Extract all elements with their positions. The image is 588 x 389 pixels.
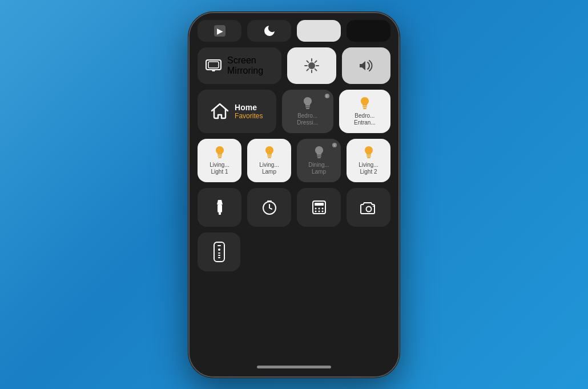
bulb-living1-icon [214, 145, 226, 160]
cell-wifi-partial[interactable] [297, 20, 341, 42]
bedroom-dressing-label: Bedro... Dressi... [297, 113, 318, 126]
row-screen: Screen Mirroring [198, 47, 390, 84]
timer-button[interactable] [247, 188, 291, 227]
screen-mirror-label: Screen Mirroring [227, 55, 273, 76]
svg-line-11 [315, 61, 317, 62]
svg-rect-15 [363, 106, 367, 107]
flashlight-button[interactable] [198, 188, 241, 227]
remote-icon [213, 242, 225, 262]
row-utils [198, 188, 390, 227]
svg-rect-18 [218, 157, 221, 158]
bulb-off-icon [301, 96, 314, 111]
camera-icon [360, 200, 377, 215]
brightness-icon [304, 58, 320, 74]
svg-rect-43 [218, 257, 220, 258]
bedroom-entrance-button[interactable]: Bedro... Entran... [339, 90, 390, 133]
svg-point-33 [315, 210, 316, 212]
svg-rect-21 [317, 155, 321, 157]
svg-point-31 [318, 207, 320, 209]
svg-point-32 [321, 207, 323, 209]
home-favorites-button[interactable]: Home Favorites [198, 90, 276, 133]
svg-point-36 [366, 206, 371, 211]
svg-point-34 [318, 210, 320, 212]
row-remote [198, 232, 390, 271]
row-lights: Living... Light 1 Living... Lamp [198, 139, 390, 182]
bulb-on-icon [359, 96, 371, 111]
phone-frame: ▶ Scre [188, 12, 400, 378]
brightness-button[interactable] [287, 47, 336, 84]
calculator-button[interactable] [297, 188, 341, 227]
bedroom-entrance-label: Bedro... Entran... [354, 113, 376, 126]
living-light2-button[interactable]: Living... Light 2 [347, 139, 390, 182]
svg-line-10 [315, 69, 317, 70]
info-dot: i [325, 94, 329, 98]
svg-rect-26 [219, 212, 221, 215]
dining-lamp-label: Dining... Lamp [308, 162, 329, 175]
svg-rect-13 [305, 106, 310, 107]
bulb-living2-icon [363, 145, 375, 160]
svg-rect-16 [363, 108, 367, 109]
living-light1-label: Living... Light 1 [210, 162, 229, 175]
remote-button[interactable] [198, 232, 240, 271]
volume-icon [357, 59, 374, 73]
bedroom-dressing-button[interactable]: i Bedro... Dressi... [282, 90, 333, 133]
volume-button[interactable] [342, 47, 390, 84]
svg-line-12 [307, 69, 309, 70]
living-lamp-label: Living... Lamp [259, 162, 279, 175]
svg-point-35 [321, 210, 323, 212]
row-top-partial: ▶ [198, 20, 390, 42]
bulb-lamp-icon [263, 145, 276, 160]
timer-icon [261, 199, 277, 215]
calculator-icon [311, 199, 327, 215]
svg-rect-24 [367, 157, 370, 158]
living-light1-button[interactable]: Living... Light 1 [198, 139, 241, 182]
living-light2-label: Living... Light 2 [359, 162, 378, 175]
svg-rect-17 [218, 155, 222, 157]
svg-rect-19 [267, 155, 272, 157]
svg-rect-25 [218, 204, 222, 212]
svg-rect-41 [218, 252, 220, 254]
svg-point-40 [218, 248, 220, 251]
cell-moon-partial[interactable] [247, 20, 291, 42]
svg-rect-42 [218, 255, 220, 256]
svg-point-30 [315, 207, 316, 209]
svg-text:▶: ▶ [216, 26, 223, 35]
home-indicator [190, 362, 398, 376]
living-lamp-button[interactable]: Living... Lamp [247, 139, 291, 182]
svg-rect-22 [317, 157, 321, 158]
screen-mirror-icon [206, 59, 221, 72]
svg-point-37 [373, 206, 374, 207]
home-text: Home Favorites [235, 103, 263, 120]
row-home: Home Favorites i Bedro... Dressi... [198, 90, 390, 133]
svg-line-9 [307, 61, 309, 62]
svg-rect-23 [367, 155, 371, 157]
svg-rect-39 [218, 245, 221, 246]
home-bar [257, 366, 331, 368]
svg-rect-14 [306, 108, 309, 109]
svg-point-4 [308, 62, 315, 69]
control-center: ▶ Scre [190, 13, 398, 362]
svg-rect-29 [315, 203, 324, 206]
dining-lamp-button[interactable]: i Dining... Lamp [297, 139, 341, 182]
screen-mirror-button[interactable]: Screen Mirroring [198, 47, 281, 84]
bulb-dining-icon [313, 145, 325, 160]
cell-dark-partial [347, 20, 390, 42]
flashlight-icon [212, 199, 227, 216]
svg-rect-20 [268, 157, 271, 158]
home-icon [211, 103, 229, 120]
svg-rect-3 [208, 62, 219, 68]
dining-info-dot: i [332, 143, 337, 147]
camera-button[interactable] [347, 188, 390, 227]
cell-music-partial[interactable]: ▶ [198, 20, 241, 42]
